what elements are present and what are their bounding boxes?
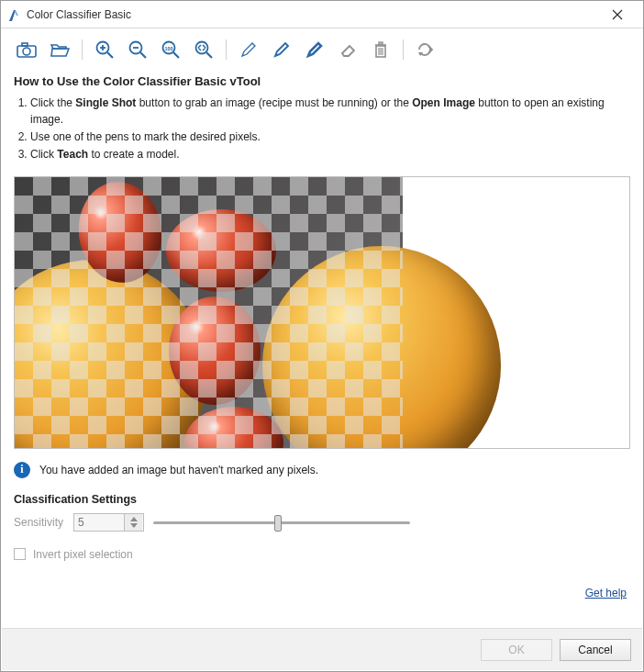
image-preview (15, 177, 403, 448)
svg-rect-6 (22, 43, 28, 46)
delete-button[interactable] (368, 38, 394, 62)
invert-label: Invert pixel selection (33, 548, 133, 561)
svg-text:100: 100 (164, 46, 172, 51)
pen-small-button[interactable] (236, 38, 261, 62)
image-canvas[interactable] (14, 176, 630, 449)
camera-icon (17, 41, 37, 58)
info-message-row: i You have added an image but haven't ma… (1, 449, 643, 482)
svg-line-15 (173, 52, 179, 58)
toolbar-separator (226, 39, 227, 60)
eraser-icon (339, 40, 357, 59)
teach-button[interactable] (413, 38, 439, 62)
app-icon (6, 7, 21, 22)
sensitivity-label: Sensitivity (14, 516, 64, 529)
open-image-button[interactable] (47, 38, 72, 62)
svg-line-18 (206, 52, 212, 58)
zoom-100-button[interactable]: 100 (158, 38, 183, 62)
zoom-in-button[interactable] (92, 38, 117, 62)
zoom-out-icon (128, 39, 148, 60)
info-message: You have added an image but haven't mark… (39, 464, 318, 476)
trash-icon (372, 40, 390, 59)
sensitivity-slider[interactable] (153, 513, 410, 532)
pen-large-button[interactable] (302, 38, 328, 62)
svg-marker-0 (9, 10, 16, 21)
pen-medium-button[interactable] (269, 38, 294, 62)
eraser-button[interactable] (335, 38, 361, 62)
toolbar-separator (403, 39, 404, 60)
zoom-100-icon: 100 (161, 39, 181, 60)
instructions: How to Use the Color Classifier Basic vT… (1, 67, 643, 171)
pen-small-icon (239, 40, 258, 59)
info-icon: i (14, 462, 30, 478)
sensitivity-input[interactable] (74, 516, 124, 529)
invert-selection-row: Invert pixel selection (1, 535, 643, 561)
invert-checkbox[interactable] (14, 548, 26, 560)
zoom-in-icon (94, 39, 115, 60)
classification-settings: Classification Settings Sensitivity (1, 482, 643, 535)
zoom-fit-button[interactable] (191, 38, 217, 62)
instructions-heading: How to Use the Color Classifier Basic vT… (14, 73, 630, 91)
toolbar: 100 (1, 28, 643, 67)
slider-thumb[interactable] (274, 515, 282, 532)
toolbar-separator (82, 39, 83, 60)
help-link-row: Get help (1, 561, 643, 599)
svg-point-5 (23, 48, 30, 55)
svg-marker-27 (130, 523, 138, 528)
stepper-buttons-icon[interactable] (124, 514, 142, 531)
teach-icon (416, 40, 436, 59)
zoom-out-button[interactable] (125, 38, 150, 62)
sensitivity-stepper[interactable] (73, 513, 144, 532)
slider-track (153, 521, 410, 524)
single-shot-button[interactable] (14, 38, 39, 62)
pen-large-icon (305, 40, 324, 59)
cancel-button[interactable]: Cancel (560, 639, 631, 661)
svg-rect-24 (379, 42, 383, 44)
titlebar: Color Classifier Basic (1, 1, 643, 28)
svg-marker-26 (130, 517, 138, 521)
instructions-step-3: Click Teach to create a model. (30, 146, 630, 162)
instructions-step-1: Click the Single Shot button to grab an … (30, 95, 630, 128)
svg-marker-1 (15, 10, 18, 16)
get-help-link[interactable]: Get help (585, 587, 627, 599)
ok-button: OK (481, 639, 552, 661)
dialog-footer: OK Cancel (2, 628, 642, 670)
folder-open-icon (50, 41, 70, 58)
svg-line-8 (107, 52, 113, 58)
instructions-step-2: Use one of the pens to mark the desired … (30, 129, 630, 145)
close-button[interactable] (599, 2, 636, 28)
close-icon (612, 9, 623, 20)
pen-medium-icon (272, 40, 291, 59)
svg-line-12 (140, 52, 146, 58)
svg-point-17 (196, 42, 208, 54)
settings-heading: Classification Settings (14, 493, 630, 506)
window-title: Color Classifier Basic (27, 8, 599, 21)
zoom-fit-icon (194, 39, 214, 60)
